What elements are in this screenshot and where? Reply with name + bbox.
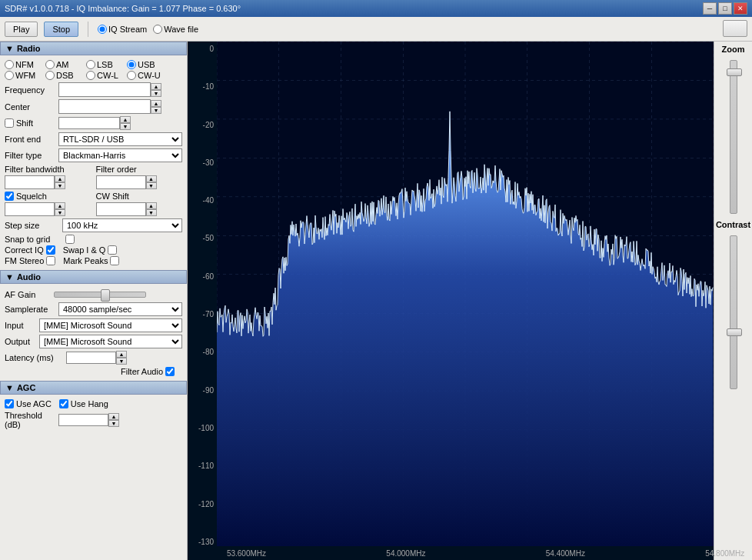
frequency-down[interactable]: ▼ (151, 90, 161, 97)
play-button[interactable]: Play (5, 22, 38, 37)
center-input[interactable]: 54,481,524 (58, 99, 151, 114)
frontend-select[interactable]: RTL-SDR / USB (58, 132, 182, 146)
filter-bandwidth-input[interactable]: 2400 (5, 175, 55, 189)
spectrum-canvas[interactable] (217, 42, 714, 546)
shift-checkbox[interactable] (5, 118, 14, 128)
threshold-input[interactable]: 100 (58, 414, 108, 426)
correct-iq-label[interactable]: Correct IQ (5, 245, 55, 255)
y-label-70: -70 (188, 311, 217, 318)
window-title: SDR# v1.0.0.718 - IQ Imbalance: Gain = 1… (5, 4, 703, 13)
mode-usb[interactable]: USB (127, 60, 161, 69)
frequency-up[interactable]: ▲ (151, 83, 161, 90)
input-select[interactable]: [MME] Microsoft Sound (39, 318, 182, 332)
iq-stream-radio[interactable] (98, 25, 107, 34)
zoom-slider-track[interactable] (730, 60, 737, 214)
mode-cwl[interactable]: CW-L (86, 71, 121, 80)
center-up[interactable]: ▲ (151, 100, 161, 107)
shift-down[interactable]: ▼ (120, 123, 131, 130)
close-button[interactable]: ✕ (734, 2, 747, 15)
fm-stereo-label[interactable]: FM Stereo (5, 256, 55, 265)
use-agc-checkbox[interactable] (5, 399, 14, 408)
squelch-checkbox[interactable] (5, 192, 14, 201)
cw-shift-up[interactable]: ▲ (146, 202, 157, 209)
filter-order-input[interactable]: 400 (96, 175, 146, 189)
cw-shift-input[interactable]: 600 (96, 202, 146, 216)
shift-up[interactable]: ▲ (120, 116, 131, 123)
shift-checkbox-label[interactable]: Shift (5, 118, 58, 128)
correct-iq-checkbox[interactable] (46, 245, 55, 255)
cw-shift-label: CW Shift (96, 192, 183, 201)
spectrum-area: 53.600MHz 54.000MHz 54.400MHz 54.800MHz … (217, 42, 714, 560)
threshold-up[interactable]: ▲ (108, 413, 119, 420)
radio-section-header[interactable]: ▼ Radio (0, 42, 187, 55)
threshold-down[interactable]: ▼ (108, 420, 119, 427)
af-gain-row: AF Gain (5, 290, 182, 299)
mode-cwu[interactable]: CW-U (127, 71, 161, 80)
frequency-row: Frequency 53,777,731 ▲ ▼ (5, 82, 182, 97)
use-hang-checkbox[interactable] (59, 399, 68, 408)
correct-iq-row: Correct IQ Swap I & Q (5, 245, 182, 255)
filter-order-up[interactable]: ▲ (146, 175, 157, 182)
use-agc-label[interactable]: Use AGC (5, 399, 52, 408)
latency-down[interactable]: ▼ (116, 358, 127, 365)
y-label-20: -20 (188, 122, 217, 129)
snap-to-grid-checkbox[interactable] (65, 235, 75, 244)
mode-lsb[interactable]: LSB (86, 60, 121, 69)
squelch-label[interactable]: Squelch (5, 192, 92, 201)
step-size-select[interactable]: 100 kHz (62, 218, 182, 232)
latency-up[interactable]: ▲ (116, 351, 127, 358)
contrast-slider-thumb[interactable] (727, 328, 742, 336)
shift-input[interactable]: -7,000 (58, 117, 120, 129)
fm-stereo-row: FM Stereo Mark Peaks (5, 256, 182, 265)
filter-bandwidth-down[interactable]: ▼ (55, 182, 65, 189)
squelch-down[interactable]: ▼ (55, 209, 65, 216)
squelch-input-group: 50 ▲ ▼ (5, 202, 92, 216)
center-spin: ▲ ▼ (151, 100, 161, 114)
squelch-up[interactable]: ▲ (55, 202, 65, 209)
cw-shift-down[interactable]: ▼ (146, 209, 157, 216)
y-label-130: -130 (188, 538, 217, 546)
swap-iq-checkbox[interactable] (108, 245, 117, 255)
wave-file-radio[interactable] (153, 25, 162, 34)
samplerate-select[interactable]: 48000 sample/sec (58, 302, 182, 316)
output-label: Output (5, 337, 39, 346)
mark-peaks-checkbox[interactable] (110, 256, 119, 265)
stop-button[interactable]: Stop (44, 22, 78, 37)
mode-wfm[interactable]: WFM (5, 71, 39, 80)
filter-order-spin: ▲ ▼ (146, 175, 157, 189)
maximize-button[interactable]: □ (718, 2, 732, 15)
filter-audio-checkbox[interactable] (165, 367, 175, 376)
frequency-input[interactable]: 53,777,731 (58, 82, 151, 97)
minimize-button[interactable]: ─ (703, 2, 717, 15)
output-select[interactable]: [MME] Microsoft Sound (39, 335, 182, 348)
swap-iq-label[interactable]: Swap I & Q (63, 245, 118, 255)
af-gain-slider-thumb[interactable] (101, 289, 110, 302)
y-label-0: 0 (188, 45, 217, 53)
zoom-slider-thumb[interactable] (727, 68, 742, 76)
y-label-110: -110 (188, 462, 217, 470)
mode-dsb[interactable]: DSB (45, 71, 80, 80)
wave-file-option[interactable]: Wave file (153, 25, 198, 34)
mode-nfm[interactable]: NFM (5, 60, 39, 69)
contrast-slider-track[interactable] (730, 235, 737, 389)
center-down[interactable]: ▼ (151, 107, 161, 114)
y-label-40: -40 (188, 197, 217, 205)
latency-input[interactable]: 100 (66, 352, 116, 364)
agc-section-header[interactable]: ▼ AGC (0, 381, 187, 395)
filtertype-select[interactable]: Blackman-Harris (58, 148, 182, 162)
filter-order-down[interactable]: ▼ (146, 182, 157, 189)
filter-params-row: Filter bandwidth 2400 ▲ ▼ Filter order (5, 165, 182, 189)
toolbar-extra-button[interactable] (723, 20, 747, 37)
squelch-input[interactable]: 50 (5, 202, 55, 216)
af-gain-label: AF Gain (5, 290, 51, 299)
mode-am[interactable]: AM (45, 60, 80, 69)
audio-section-header[interactable]: ▼ Audio (0, 270, 187, 284)
agc-section-label: AGC (17, 383, 35, 392)
use-hang-label[interactable]: Use Hang (59, 399, 108, 408)
fm-stereo-checkbox[interactable] (46, 256, 55, 265)
filter-bandwidth-up[interactable]: ▲ (55, 175, 65, 182)
iq-stream-option[interactable]: IQ Stream (98, 25, 147, 34)
af-gain-slider-track[interactable] (54, 292, 146, 298)
filter-audio-label[interactable]: Filter Audio (121, 367, 175, 376)
mark-peaks-label[interactable]: Mark Peaks (63, 256, 119, 265)
